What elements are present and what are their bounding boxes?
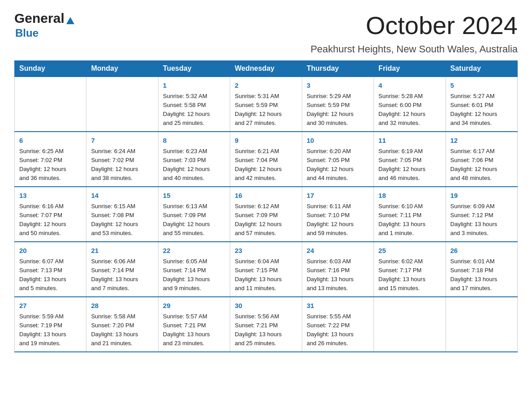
day-header-tuesday: Tuesday bbox=[158, 61, 230, 77]
day-header-saturday: Saturday bbox=[446, 61, 517, 77]
day-number: 23 bbox=[235, 246, 297, 256]
day-info: Sunrise: 5:32 AM Sunset: 5:58 PM Dayligh… bbox=[163, 92, 225, 128]
calendar-cell: 21Sunrise: 6:06 AM Sunset: 7:14 PM Dayli… bbox=[86, 242, 158, 297]
location-title: Peakhurst Heights, New South Wales, Aust… bbox=[14, 43, 518, 55]
day-info: Sunrise: 5:28 AM Sunset: 6:00 PM Dayligh… bbox=[378, 92, 441, 128]
logo-triangle-icon bbox=[65, 15, 75, 27]
day-header-wednesday: Wednesday bbox=[230, 61, 302, 77]
day-number: 9 bbox=[235, 136, 297, 146]
calendar-cell: 27Sunrise: 5:59 AM Sunset: 7:19 PM Dayli… bbox=[15, 297, 86, 352]
calendar-table: SundayMondayTuesdayWednesdayThursdayFrid… bbox=[14, 60, 518, 352]
calendar-cell: 22Sunrise: 6:05 AM Sunset: 7:14 PM Dayli… bbox=[158, 242, 230, 297]
svg-marker-0 bbox=[66, 17, 74, 24]
calendar-cell: 7Sunrise: 6:24 AM Sunset: 7:02 PM Daylig… bbox=[86, 132, 158, 187]
day-info: Sunrise: 6:05 AM Sunset: 7:14 PM Dayligh… bbox=[163, 257, 225, 293]
calendar-cell: 3Sunrise: 5:29 AM Sunset: 5:59 PM Daylig… bbox=[302, 77, 373, 132]
day-info: Sunrise: 5:27 AM Sunset: 6:01 PM Dayligh… bbox=[450, 92, 513, 128]
calendar-week-3: 13Sunrise: 6:16 AM Sunset: 7:07 PM Dayli… bbox=[15, 187, 518, 242]
calendar-cell: 24Sunrise: 6:03 AM Sunset: 7:16 PM Dayli… bbox=[302, 242, 373, 297]
day-number: 30 bbox=[235, 301, 297, 311]
day-number: 22 bbox=[163, 246, 225, 256]
logo: General Blue bbox=[14, 11, 75, 39]
day-info: Sunrise: 6:11 AM Sunset: 7:10 PM Dayligh… bbox=[307, 202, 369, 238]
day-info: Sunrise: 6:09 AM Sunset: 7:12 PM Dayligh… bbox=[450, 202, 513, 238]
day-info: Sunrise: 5:57 AM Sunset: 7:21 PM Dayligh… bbox=[163, 312, 225, 348]
calendar-cell: 20Sunrise: 6:07 AM Sunset: 7:13 PM Dayli… bbox=[15, 242, 86, 297]
day-info: Sunrise: 6:19 AM Sunset: 7:05 PM Dayligh… bbox=[378, 147, 441, 183]
day-number: 31 bbox=[307, 301, 369, 311]
calendar-cell: 17Sunrise: 6:11 AM Sunset: 7:10 PM Dayli… bbox=[302, 187, 373, 242]
day-info: Sunrise: 6:24 AM Sunset: 7:02 PM Dayligh… bbox=[91, 147, 153, 183]
day-info: Sunrise: 5:31 AM Sunset: 5:59 PM Dayligh… bbox=[235, 92, 297, 128]
day-info: Sunrise: 6:04 AM Sunset: 7:15 PM Dayligh… bbox=[235, 257, 297, 293]
day-info: Sunrise: 5:56 AM Sunset: 7:21 PM Dayligh… bbox=[235, 312, 297, 348]
day-number: 21 bbox=[91, 246, 153, 256]
day-info: Sunrise: 6:13 AM Sunset: 7:09 PM Dayligh… bbox=[163, 202, 225, 238]
logo-blue-text: Blue bbox=[15, 27, 39, 39]
calendar-cell: 30Sunrise: 5:56 AM Sunset: 7:21 PM Dayli… bbox=[230, 297, 302, 352]
day-number: 20 bbox=[19, 246, 82, 256]
day-number: 5 bbox=[450, 81, 513, 91]
day-header-monday: Monday bbox=[86, 61, 158, 77]
day-number: 24 bbox=[307, 246, 369, 256]
calendar-cell: 23Sunrise: 6:04 AM Sunset: 7:15 PM Dayli… bbox=[230, 242, 302, 297]
logo-general-text: General bbox=[14, 11, 64, 26]
calendar-cell: 1Sunrise: 5:32 AM Sunset: 5:58 PM Daylig… bbox=[158, 77, 230, 132]
day-header-friday: Friday bbox=[374, 61, 446, 77]
calendar-cell: 8Sunrise: 6:23 AM Sunset: 7:03 PM Daylig… bbox=[158, 132, 230, 187]
calendar-cell: 6Sunrise: 6:25 AM Sunset: 7:02 PM Daylig… bbox=[15, 132, 86, 187]
header: General Blue October 2024 bbox=[14, 11, 518, 40]
calendar-cell: 12Sunrise: 6:17 AM Sunset: 7:06 PM Dayli… bbox=[446, 132, 517, 187]
month-title: October 2024 bbox=[366, 11, 518, 40]
day-number: 15 bbox=[163, 191, 225, 201]
day-info: Sunrise: 6:15 AM Sunset: 7:08 PM Dayligh… bbox=[91, 202, 153, 238]
calendar-cell: 9Sunrise: 6:21 AM Sunset: 7:04 PM Daylig… bbox=[230, 132, 302, 187]
right-header: October 2024 bbox=[366, 11, 518, 40]
day-info: Sunrise: 6:01 AM Sunset: 7:18 PM Dayligh… bbox=[450, 257, 513, 293]
day-number: 29 bbox=[163, 301, 225, 311]
calendar-week-2: 6Sunrise: 6:25 AM Sunset: 7:02 PM Daylig… bbox=[15, 132, 518, 187]
day-number: 7 bbox=[91, 136, 153, 146]
day-number: 1 bbox=[163, 81, 225, 91]
day-info: Sunrise: 6:12 AM Sunset: 7:09 PM Dayligh… bbox=[235, 202, 297, 238]
day-info: Sunrise: 5:29 AM Sunset: 5:59 PM Dayligh… bbox=[307, 92, 369, 128]
calendar-cell: 19Sunrise: 6:09 AM Sunset: 7:12 PM Dayli… bbox=[446, 187, 517, 242]
calendar-cell bbox=[15, 77, 86, 132]
day-number: 27 bbox=[19, 301, 82, 311]
calendar-cell: 18Sunrise: 6:10 AM Sunset: 7:11 PM Dayli… bbox=[374, 187, 446, 242]
calendar-cell: 2Sunrise: 5:31 AM Sunset: 5:59 PM Daylig… bbox=[230, 77, 302, 132]
day-info: Sunrise: 6:06 AM Sunset: 7:14 PM Dayligh… bbox=[91, 257, 153, 293]
calendar-cell: 26Sunrise: 6:01 AM Sunset: 7:18 PM Dayli… bbox=[446, 242, 517, 297]
day-info: Sunrise: 6:23 AM Sunset: 7:03 PM Dayligh… bbox=[163, 147, 225, 183]
day-number: 28 bbox=[91, 301, 153, 311]
calendar-cell bbox=[374, 297, 446, 352]
day-info: Sunrise: 5:59 AM Sunset: 7:19 PM Dayligh… bbox=[19, 312, 82, 348]
day-info: Sunrise: 6:17 AM Sunset: 7:06 PM Dayligh… bbox=[450, 147, 513, 183]
calendar-cell bbox=[86, 77, 158, 132]
day-number: 16 bbox=[235, 191, 297, 201]
day-info: Sunrise: 6:02 AM Sunset: 7:17 PM Dayligh… bbox=[378, 257, 441, 293]
calendar-cell bbox=[446, 297, 517, 352]
calendar-cell: 28Sunrise: 5:58 AM Sunset: 7:20 PM Dayli… bbox=[86, 297, 158, 352]
day-info: Sunrise: 6:10 AM Sunset: 7:11 PM Dayligh… bbox=[378, 202, 441, 238]
day-info: Sunrise: 5:55 AM Sunset: 7:22 PM Dayligh… bbox=[307, 312, 369, 348]
day-info: Sunrise: 6:07 AM Sunset: 7:13 PM Dayligh… bbox=[19, 257, 82, 293]
calendar-cell: 13Sunrise: 6:16 AM Sunset: 7:07 PM Dayli… bbox=[15, 187, 86, 242]
day-header-sunday: Sunday bbox=[15, 61, 86, 77]
calendar-cell: 31Sunrise: 5:55 AM Sunset: 7:22 PM Dayli… bbox=[302, 297, 373, 352]
logo-top: General bbox=[14, 11, 75, 27]
calendar-cell: 5Sunrise: 5:27 AM Sunset: 6:01 PM Daylig… bbox=[446, 77, 517, 132]
day-number: 3 bbox=[307, 81, 369, 91]
calendar-cell: 10Sunrise: 6:20 AM Sunset: 7:05 PM Dayli… bbox=[302, 132, 373, 187]
day-number: 2 bbox=[235, 81, 297, 91]
day-number: 12 bbox=[450, 136, 513, 146]
calendar-cell: 25Sunrise: 6:02 AM Sunset: 7:17 PM Dayli… bbox=[374, 242, 446, 297]
day-number: 25 bbox=[378, 246, 441, 256]
day-info: Sunrise: 6:20 AM Sunset: 7:05 PM Dayligh… bbox=[307, 147, 369, 183]
day-info: Sunrise: 6:03 AM Sunset: 7:16 PM Dayligh… bbox=[307, 257, 369, 293]
day-header-thursday: Thursday bbox=[302, 61, 373, 77]
day-number: 6 bbox=[19, 136, 82, 146]
calendar-week-4: 20Sunrise: 6:07 AM Sunset: 7:13 PM Dayli… bbox=[15, 242, 518, 297]
calendar-cell: 15Sunrise: 6:13 AM Sunset: 7:09 PM Dayli… bbox=[158, 187, 230, 242]
day-number: 11 bbox=[378, 136, 441, 146]
